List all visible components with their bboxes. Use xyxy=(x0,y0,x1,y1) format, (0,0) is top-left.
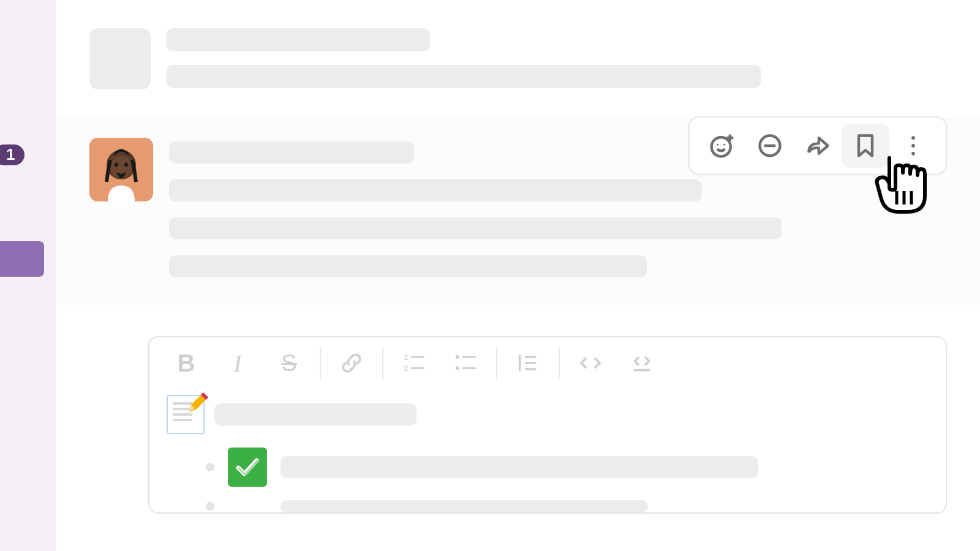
link-icon xyxy=(339,351,364,375)
check-mark-emoji-icon xyxy=(228,448,267,487)
toolbar-separator xyxy=(382,347,383,379)
active-workspace-indicator[interactable] xyxy=(0,241,44,277)
composer-content[interactable] xyxy=(149,391,946,512)
placeholder-line xyxy=(167,65,761,88)
svg-point-4 xyxy=(124,163,128,167)
memo-emoji-icon xyxy=(167,395,205,434)
svg-point-22 xyxy=(456,355,459,359)
svg-point-14 xyxy=(911,152,915,156)
blockquote-button[interactable] xyxy=(502,343,554,383)
bookmark-icon xyxy=(852,132,879,159)
bookmark-button[interactable] xyxy=(842,124,889,168)
draft-line-1 xyxy=(167,395,929,434)
svg-point-7 xyxy=(723,144,725,146)
message-skeleton-1 xyxy=(56,0,980,89)
reply-thread-button[interactable] xyxy=(746,124,794,168)
placeholder-line xyxy=(169,255,647,277)
svg-point-23 xyxy=(456,366,459,370)
code-block-icon xyxy=(630,351,654,375)
share-arrow-icon xyxy=(804,132,831,159)
bold-button[interactable]: B xyxy=(160,343,212,383)
svg-point-13 xyxy=(911,144,915,148)
ordered-list-icon: 1 2 xyxy=(402,351,426,375)
code-button[interactable] xyxy=(565,343,616,383)
avatar-placeholder xyxy=(89,28,151,89)
svg-text:2: 2 xyxy=(404,364,408,373)
unread-badge[interactable]: 1 xyxy=(0,144,24,165)
toolbar-separator xyxy=(320,347,321,379)
placeholder-line xyxy=(169,141,414,163)
placeholder-line xyxy=(281,500,648,512)
link-button[interactable] xyxy=(326,343,377,383)
message-pane: B I S 1 xyxy=(56,0,980,551)
add-reaction-button[interactable] xyxy=(698,124,746,168)
list-bullet xyxy=(206,502,214,511)
avatar-illustration xyxy=(89,138,153,201)
placeholder-line xyxy=(169,179,702,201)
share-button[interactable] xyxy=(794,124,842,168)
svg-point-3 xyxy=(115,163,118,167)
draft-line-3 xyxy=(167,500,929,512)
strikethrough-button[interactable]: S xyxy=(263,343,315,383)
italic-button[interactable]: I xyxy=(212,343,263,383)
svg-text:1: 1 xyxy=(404,353,408,362)
code-block-button[interactable] xyxy=(616,343,668,383)
thread-icon xyxy=(756,132,783,159)
message-composer[interactable]: B I S 1 xyxy=(148,336,947,514)
content-placeholder xyxy=(167,28,761,89)
placeholder-line xyxy=(281,456,758,478)
toolbar-separator xyxy=(559,347,560,379)
placeholder-line xyxy=(214,403,417,425)
toolbar-separator xyxy=(496,347,497,379)
workspace-rail: 1 xyxy=(0,0,56,551)
user-avatar[interactable] xyxy=(89,138,153,201)
placeholder-line xyxy=(167,28,430,51)
blockquote-icon xyxy=(516,351,540,375)
placeholder-line xyxy=(169,217,782,239)
svg-point-5 xyxy=(712,137,731,156)
ordered-list-button[interactable]: 1 2 xyxy=(388,343,440,383)
code-icon xyxy=(578,351,603,375)
formatting-toolbar: B I S 1 xyxy=(149,337,946,391)
svg-point-12 xyxy=(911,136,915,140)
svg-point-6 xyxy=(717,144,718,146)
draft-line-2 xyxy=(167,448,929,487)
bulleted-list-icon xyxy=(453,351,478,375)
app-root: 1 xyxy=(0,0,980,551)
list-bullet xyxy=(206,463,214,471)
kebab-icon xyxy=(900,132,927,159)
bulleted-list-button[interactable] xyxy=(440,343,491,383)
more-actions-button[interactable] xyxy=(889,124,937,168)
message-actions-toolbar xyxy=(688,116,947,175)
emoji-add-icon xyxy=(709,132,736,159)
